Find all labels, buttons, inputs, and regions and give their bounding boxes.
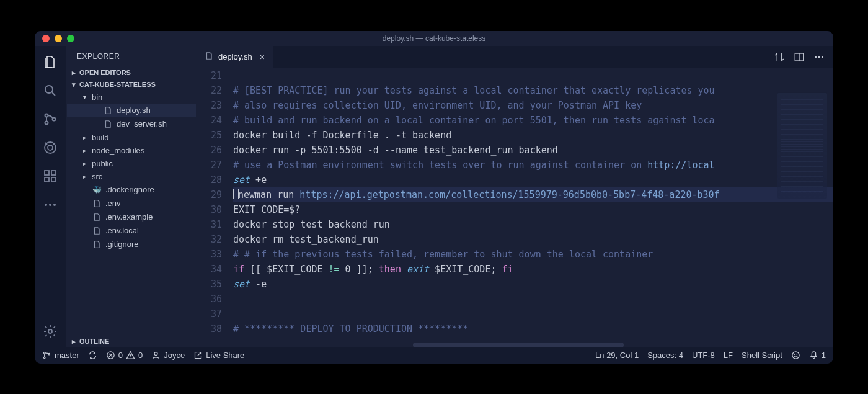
more-icon[interactable] [42,196,59,213]
file-tree: ▾bindeploy.shdev_server.sh▸build▸node_mo… [66,91,196,251]
svg-point-3 [53,117,56,120]
tree-item-label: public [92,159,113,168]
source-control-icon[interactable] [42,110,59,128]
live-share-item[interactable]: Live Share [193,351,244,360]
project-section[interactable]: ▾ CAT-KUBE-STATELESS [66,79,196,91]
open-editors-label: OPEN EDITORS [79,69,131,76]
vscode-window: deploy.sh — cat-kube-stateless [35,31,833,364]
file--dockerignore[interactable]: 🐳.dockerignore [67,183,196,197]
file-icon [92,240,102,249]
cursor-position-item[interactable]: Ln 29, Col 1 [595,351,639,360]
file--env-local[interactable]: .env.local [67,224,196,238]
zoom-window-button[interactable] [67,35,74,42]
svg-point-5 [48,145,53,150]
git-branch-item[interactable]: master [42,351,79,360]
tree-item-label: deploy.sh [117,105,151,115]
file-deploy-sh[interactable]: deploy.sh [67,104,196,117]
sidebar: EXPLORER ▸ OPEN EDITORS ▾ CAT-KUBE-STATE… [66,46,196,347]
svg-point-17 [822,56,823,58]
notifications-item[interactable]: 1 [809,351,826,360]
explorer-icon[interactable] [42,53,59,71]
code-content[interactable]: # [BEST PRACTICE] run your tests against… [233,68,833,347]
file--gitignore[interactable]: .gitignore [67,238,196,251]
search-icon[interactable] [42,82,59,99]
sidebar-title: EXPLORER [66,46,196,67]
tree-item-label: bin [92,92,102,102]
sync-item[interactable] [88,351,97,360]
outline-section[interactable]: ▸ OUTLINE [66,336,196,347]
svg-rect-8 [51,177,56,182]
titlebar: deploy.sh — cat-kube-stateless [35,31,833,46]
svg-point-24 [794,354,795,356]
status-bar: master 0 0 Joyce Live Share Ln 29, Col 1… [35,347,833,364]
user-item[interactable]: Joyce [151,351,185,360]
user-name: Joyce [164,351,185,360]
chevron-right-icon: ▸ [69,338,78,346]
folder-bin[interactable]: ▾bin [67,91,196,104]
tree-item-label: .gitignore [105,240,138,249]
folder-build[interactable]: ▸build [67,131,196,144]
folder-public[interactable]: ▸public [67,157,196,170]
extensions-icon[interactable] [42,168,59,185]
tab-label: deploy.sh [218,52,252,61]
problems-item[interactable]: 0 0 [106,351,143,360]
file--env[interactable]: .env [67,197,196,210]
scrollbar-thumb[interactable] [413,343,624,347]
minimap[interactable] [777,93,827,199]
svg-point-18 [44,352,46,354]
eol-item[interactable]: LF [724,351,733,360]
svg-rect-7 [45,177,49,182]
language-mode-item[interactable]: Shell Script [742,351,782,360]
file-dev_server-sh[interactable]: dev_server.sh [67,117,196,131]
open-editors-section[interactable]: ▸ OPEN EDITORS [66,67,196,79]
activity-bar [35,46,66,347]
folder-src[interactable]: ▸src [67,170,196,183]
svg-rect-9 [51,171,56,175]
svg-rect-6 [45,171,49,175]
docker-icon: 🐳 [92,185,102,195]
compare-icon[interactable] [774,51,785,63]
encoding-item[interactable]: UTF-8 [692,351,715,360]
tree-item-label: .env.example [105,212,153,222]
chevron-down-icon: ▾ [81,94,88,101]
tab-deploy-sh[interactable]: deploy.sh × [196,46,274,68]
file-icon [92,199,102,208]
chevron-right-icon: ▸ [69,69,78,77]
code-editor[interactable]: 212223242526272829303132333435363738 # [… [196,68,833,347]
more-actions-icon[interactable] [813,51,825,63]
tree-item-label: .dockerignore [105,185,154,194]
feedback-icon[interactable] [791,351,800,360]
file-icon [92,226,102,236]
project-label: CAT-KUBE-STATELESS [79,81,156,88]
folder-node_modules[interactable]: ▸node_modules [67,144,196,157]
chevron-right-icon: ▸ [81,160,88,167]
traffic-lights [42,35,74,42]
editor-actions [765,46,833,68]
indentation-item[interactable]: Spaces: 4 [647,351,683,360]
chevron-right-icon: ▸ [81,147,88,154]
svg-point-13 [48,329,52,333]
tree-item-label: .env [105,199,121,208]
chevron-right-icon: ▸ [81,173,88,180]
settings-gear-icon[interactable] [42,323,59,340]
file-icon [103,119,113,129]
horizontal-scrollbar[interactable] [413,343,833,347]
svg-point-23 [792,352,799,359]
tree-item-label: dev_server.sh [117,119,167,128]
line-gutter: 212223242526272829303132333435363738 [196,68,233,347]
close-window-button[interactable] [42,35,50,42]
error-count: 0 [118,351,123,360]
close-tab-icon[interactable]: × [257,52,267,62]
debug-icon[interactable] [42,139,59,156]
window-title: deploy.sh — cat-kube-stateless [383,34,486,43]
split-editor-icon[interactable] [794,51,805,63]
svg-point-16 [818,56,820,58]
file--env-example[interactable]: .env.example [67,210,196,224]
svg-point-0 [45,86,53,93]
minimize-window-button[interactable] [55,35,62,42]
main-area: EXPLORER ▸ OPEN EDITORS ▾ CAT-KUBE-STATE… [35,46,833,347]
tree-item-label: src [92,172,102,181]
file-icon [103,105,113,115]
svg-point-25 [796,354,797,356]
svg-point-15 [815,56,817,58]
